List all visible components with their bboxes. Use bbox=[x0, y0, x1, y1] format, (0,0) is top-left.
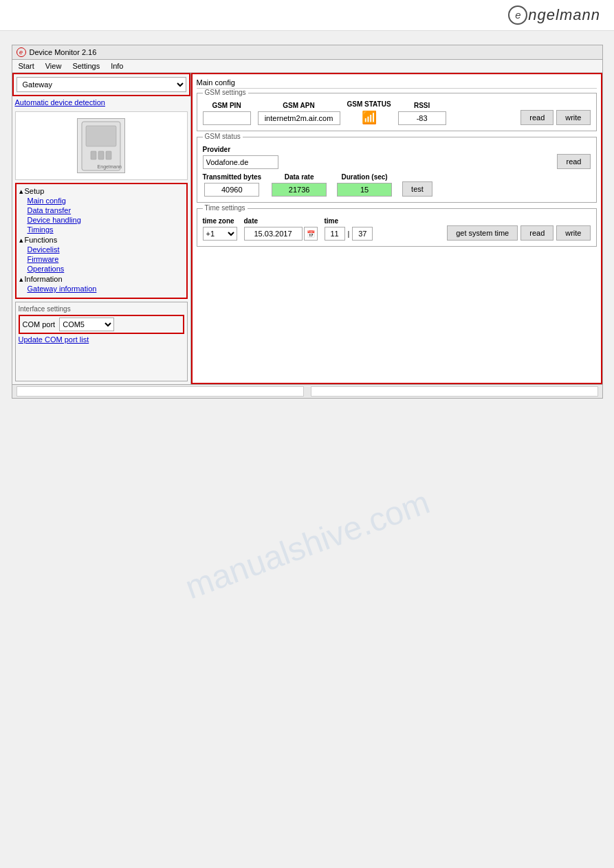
logo-circle: e bbox=[508, 5, 527, 25]
title-bar: e Device Monitor 2.16 bbox=[12, 45, 602, 60]
menu-view[interactable]: View bbox=[43, 61, 64, 71]
device-image-area: Engelmann bbox=[15, 111, 188, 180]
tree-functions-label[interactable]: ▴Functions bbox=[19, 236, 184, 245]
gsm-apn-label: GSM APN bbox=[283, 102, 314, 109]
time-settings-legend: Time settings bbox=[203, 204, 248, 212]
provider-col: Provider bbox=[203, 146, 278, 169]
gateway-dropdown-wrap: Gateway bbox=[12, 73, 190, 96]
gsm-pin-col: GSM PIN bbox=[203, 102, 251, 125]
status-left bbox=[17, 386, 304, 397]
status-bar bbox=[12, 384, 602, 398]
device-drawing: Engelmann bbox=[77, 118, 125, 173]
date-col: date 📅 bbox=[244, 217, 318, 241]
tree-group-functions: ▴Functions Devicelist Firmware Operation… bbox=[19, 236, 184, 274]
tree-firmware[interactable]: Firmware bbox=[28, 254, 184, 264]
duration-input[interactable] bbox=[337, 183, 392, 197]
tree-timings[interactable]: Timings bbox=[28, 225, 184, 234]
time-row: | bbox=[325, 227, 373, 241]
gsm-status-legend: GSM status bbox=[203, 133, 243, 140]
gsm-status-row1: Provider read bbox=[203, 146, 591, 169]
gsm-status-label: GSM STATUS bbox=[347, 100, 391, 108]
calendar-btn[interactable]: 📅 bbox=[304, 227, 318, 241]
gsm-status-read-btn[interactable]: read bbox=[557, 154, 590, 169]
timezone-select[interactable]: +1 bbox=[203, 227, 237, 241]
menu-info[interactable]: Info bbox=[109, 61, 125, 71]
date-input[interactable] bbox=[244, 227, 303, 241]
gsm-status-col: GSM STATUS 📶 bbox=[347, 100, 391, 125]
update-com-port-link[interactable]: Update COM port list bbox=[19, 335, 184, 344]
tree-information-label[interactable]: ▴Information bbox=[19, 275, 184, 284]
gsm-settings-grid: GSM PIN GSM APN GSM STATUS 📶 RSSI bbox=[203, 96, 591, 125]
date-label: date bbox=[244, 217, 259, 225]
tree-group-information: ▴Information Gateway information bbox=[19, 275, 184, 293]
data-rate-label: Data rate bbox=[285, 173, 314, 181]
com-port-empty-area bbox=[19, 344, 184, 378]
rssi-label: RSSI bbox=[414, 102, 430, 109]
gsm-settings-section: GSM settings GSM PIN GSM APN GSM STATUS bbox=[197, 93, 597, 131]
gsm-status-grid: Provider read Transmitted bytes bbox=[203, 140, 591, 197]
auto-detect-link[interactable]: Automatic device detection bbox=[12, 96, 190, 109]
tree-functions-triangle: ▴ bbox=[19, 236, 23, 244]
tree-data-transfer[interactable]: Data transfer bbox=[28, 205, 184, 215]
gsm-apn-col: GSM APN bbox=[258, 102, 340, 125]
time-col: time | bbox=[325, 217, 373, 241]
svg-rect-2 bbox=[91, 151, 96, 159]
get-system-time-btn[interactable]: get system time bbox=[447, 225, 518, 241]
time-read-btn[interactable]: read bbox=[520, 225, 553, 241]
duration-label: Duration (sec) bbox=[341, 173, 387, 181]
tree-nav: ▴Setup Main config Data transfer Device … bbox=[15, 183, 188, 299]
app-title: Device Monitor 2.16 bbox=[30, 48, 97, 56]
right-panel: Main config GSM settings GSM PIN GSM APN bbox=[191, 73, 602, 384]
logo-text: ngelmann bbox=[528, 6, 600, 24]
svg-rect-1 bbox=[86, 126, 116, 146]
gsm-settings-write-btn[interactable]: write bbox=[556, 110, 590, 125]
gsm-settings-legend: GSM settings bbox=[203, 89, 248, 96]
tree-gateway-info[interactable]: Gateway information bbox=[28, 284, 184, 293]
menu-settings[interactable]: Settings bbox=[70, 61, 102, 71]
tree-setup-triangle: ▴ bbox=[19, 187, 23, 195]
date-row: 📅 bbox=[244, 227, 318, 241]
gsm-status-read-wrap: read bbox=[557, 154, 590, 169]
rssi-input[interactable] bbox=[398, 111, 446, 125]
tree-main-config[interactable]: Main config bbox=[28, 196, 184, 205]
test-btn[interactable]: test bbox=[402, 181, 432, 197]
main-config-label: Main config bbox=[197, 78, 597, 89]
gsm-status-section: GSM status Provider read bbox=[197, 137, 597, 203]
gsm-settings-read-btn[interactable]: read bbox=[520, 110, 553, 125]
tree-setup-label[interactable]: ▴Setup bbox=[19, 187, 184, 196]
data-rate-input[interactable] bbox=[272, 183, 327, 197]
time-minute-input[interactable] bbox=[352, 227, 373, 241]
app-icon: e bbox=[17, 47, 26, 57]
transmitted-bytes-col: Transmitted bytes bbox=[203, 173, 262, 197]
time-settings-grid: time zone +1 date 📅 bbox=[203, 212, 591, 241]
gsm-apn-input[interactable] bbox=[258, 111, 340, 125]
gsm-pin-input[interactable] bbox=[203, 111, 251, 125]
gateway-select[interactable]: Gateway bbox=[17, 77, 186, 92]
tree-operations[interactable]: Operations bbox=[28, 264, 184, 274]
com-port-select[interactable]: COM5 bbox=[59, 318, 114, 331]
watermark: manualshive.com bbox=[180, 483, 435, 606]
time-hour-input[interactable] bbox=[325, 227, 345, 241]
tree-information-triangle: ▴ bbox=[19, 275, 23, 283]
time-settings-section: Time settings time zone +1 date bbox=[197, 208, 597, 247]
test-btn-wrap: test bbox=[402, 181, 432, 197]
transmitted-bytes-input[interactable] bbox=[204, 183, 259, 197]
com-port-row: COM port COM5 bbox=[19, 315, 184, 334]
svg-rect-3 bbox=[98, 151, 104, 159]
interface-settings-title: Interface settings bbox=[19, 305, 184, 313]
wifi-icon: 📶 bbox=[362, 110, 377, 125]
svg-rect-4 bbox=[106, 151, 111, 159]
rssi-col: RSSI bbox=[398, 102, 446, 125]
gsm-pin-label: GSM PIN bbox=[212, 102, 241, 109]
gsm-settings-buttons: read write bbox=[520, 110, 590, 125]
provider-input[interactable] bbox=[203, 155, 278, 169]
menu-start[interactable]: Start bbox=[17, 61, 36, 71]
time-label: time bbox=[325, 217, 339, 225]
tree-group-setup: ▴Setup Main config Data transfer Device … bbox=[19, 187, 184, 234]
tree-devicelist[interactable]: Devicelist bbox=[28, 245, 184, 254]
transmitted-bytes-label: Transmitted bytes bbox=[203, 173, 262, 181]
provider-label: Provider bbox=[203, 146, 231, 153]
tree-device-handling[interactable]: Device handling bbox=[28, 215, 184, 225]
device-brand-label: Engelmann bbox=[98, 164, 122, 169]
time-write-btn[interactable]: write bbox=[556, 225, 590, 241]
